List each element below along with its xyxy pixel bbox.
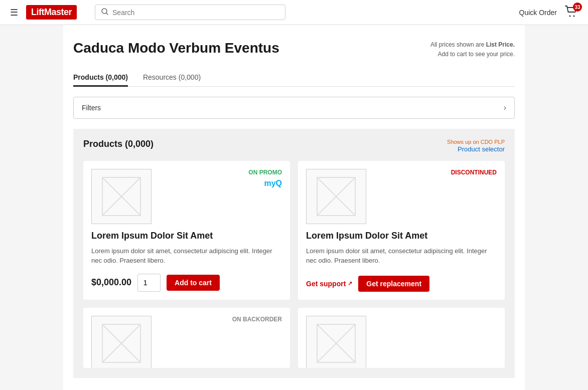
card-actions: Get support ↗ Get replacement — [306, 276, 497, 292]
card-top: ON BACKORDER — [91, 316, 282, 368]
product-name: Lorem Ipsum Dolor Sit Amet — [306, 230, 497, 242]
header: ☰ LiftMaster Quick Order 33 — [0, 0, 588, 25]
logo-text: LiftMaster — [31, 7, 72, 17]
card-badges: DISCONTINUED — [451, 169, 497, 176]
product-image — [306, 169, 366, 224]
tab-resources[interactable]: Resources (0,000) — [143, 69, 201, 87]
external-link-icon: ↗ — [348, 280, 352, 287]
product-name: Lorem Ipsum Dolor Sit Amet — [91, 230, 282, 242]
card-badges: ON BACKORDER — [232, 316, 282, 323]
hamburger-icon[interactable]: ☰ — [10, 7, 18, 18]
product-image — [306, 316, 366, 368]
card-bottom: $0,000.00 Add to cart — [91, 274, 282, 292]
products-section: Products (0,000) Shows up on CDO PLP Pro… — [73, 129, 515, 377]
product-desc: Lorem ipsum dolor sit amet, consectetur … — [306, 246, 497, 268]
card-top: DISCONTINUED — [306, 169, 497, 224]
card-top: ON PROMO myQ — [91, 169, 282, 224]
cart-count: 33 — [573, 3, 582, 12]
product-image — [91, 316, 152, 368]
badge-discontinued: DISCONTINUED — [451, 169, 497, 176]
logo-box[interactable]: LiftMaster — [26, 5, 77, 20]
products-grid: ON PROMO myQ Lorem Ipsum Dolor Sit Amet … — [83, 161, 505, 367]
products-section-title: Products (0,000) — [83, 139, 154, 149]
price-note: All prices shown are List Price. Add to … — [430, 40, 515, 59]
product-selector-link[interactable]: Product selector — [458, 145, 505, 153]
badge-promo: ON PROMO — [248, 169, 282, 176]
card-badges: ON PROMO myQ — [248, 169, 282, 188]
products-header: Products (0,000) Shows up on CDO PLP Pro… — [83, 139, 505, 153]
product-card — [298, 308, 505, 368]
cdoplp-label: Shows up on CDO PLP — [447, 139, 505, 145]
product-image — [91, 169, 152, 224]
main-content: Caduca Modo Verbum Eventus All prices sh… — [63, 25, 525, 390]
cart-button[interactable]: 33 — [565, 6, 578, 19]
product-selector-area: Shows up on CDO PLP Product selector — [447, 139, 505, 153]
header-left: ☰ LiftMaster — [10, 5, 285, 20]
search-bar[interactable] — [95, 5, 285, 20]
cart-icon — [565, 11, 578, 19]
badge-backorder: ON BACKORDER — [232, 316, 282, 323]
header-right: Quick Order 33 — [519, 6, 578, 19]
myq-logo: myQ — [264, 179, 282, 188]
quick-order-label[interactable]: Quick Order — [519, 9, 557, 17]
tabs: Products (0,000) Resources (0,000) — [73, 69, 515, 87]
product-price: $0,000.00 — [91, 277, 131, 288]
product-desc: Lorem ipsum dolor sit amet, consectetur … — [91, 246, 282, 266]
card-top — [306, 316, 497, 368]
chevron-right-icon: › — [504, 103, 506, 112]
search-input[interactable] — [112, 9, 279, 17]
svg-point-2 — [569, 16, 571, 17]
filters-bar[interactable]: Filters › — [73, 97, 515, 119]
page-title: Caduca Modo Verbum Eventus — [73, 40, 279, 56]
page-title-area: Caduca Modo Verbum Eventus All prices sh… — [73, 40, 515, 59]
product-card: DISCONTINUED Lorem Ipsum Dolor Sit Amet … — [298, 161, 505, 299]
svg-line-1 — [106, 13, 108, 15]
svg-point-3 — [573, 16, 575, 17]
add-to-cart-button[interactable]: Add to cart — [167, 275, 220, 291]
tab-products[interactable]: Products (0,000) — [73, 69, 128, 87]
filters-label: Filters — [82, 104, 101, 112]
product-card: ON PROMO myQ Lorem Ipsum Dolor Sit Amet … — [83, 161, 290, 299]
get-replacement-button[interactable]: Get replacement — [358, 276, 429, 292]
quantity-input[interactable] — [137, 274, 161, 292]
search-icon — [101, 8, 108, 17]
product-card: ON BACKORDER — [83, 308, 290, 368]
get-support-link[interactable]: Get support ↗ — [306, 280, 352, 288]
